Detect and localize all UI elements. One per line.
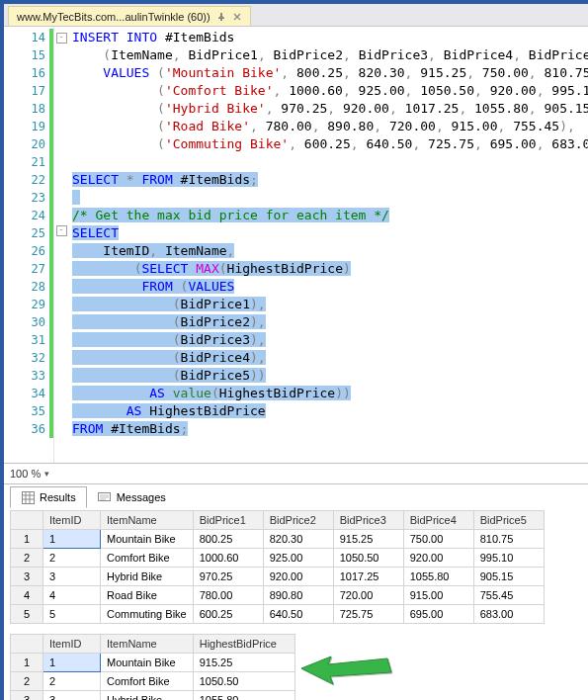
cell[interactable]: 925.00 (263, 549, 333, 568)
code-line[interactable]: (ItemName, BidPrice1, BidPrice2, BidPric… (68, 46, 588, 64)
cell[interactable]: 1055.80 (193, 691, 294, 701)
code-line[interactable]: (BidPrice5)) (68, 367, 588, 385)
cell[interactable]: 915.00 (403, 586, 473, 605)
cell[interactable]: 1000.60 (193, 549, 263, 568)
cell[interactable]: 750.00 (403, 530, 473, 549)
table-row[interactable]: 33Hybrid Bike1055.80 (11, 691, 295, 701)
code-line[interactable]: ItemID, ItemName, (68, 242, 588, 260)
code-line[interactable] (68, 153, 588, 171)
cell[interactable]: 725.75 (333, 605, 403, 624)
column-header[interactable]: ItemID (43, 635, 101, 654)
cell[interactable]: 1055.80 (403, 568, 473, 586)
cell[interactable]: Comfort Bike (101, 549, 194, 568)
column-header[interactable]: BidPrice1 (193, 511, 263, 530)
cell[interactable]: 4 (43, 586, 101, 605)
cell[interactable]: 720.00 (333, 586, 403, 605)
cell[interactable]: 2 (43, 549, 101, 568)
tab-messages[interactable]: Messages (87, 486, 177, 508)
fold-toggle-icon[interactable]: - (56, 225, 67, 236)
cell[interactable]: Mountain Bike (101, 530, 194, 549)
cell[interactable]: 600.25 (193, 605, 263, 624)
cell[interactable]: 800.25 (193, 530, 263, 549)
table-row[interactable]: 33Hybrid Bike970.25920.001017.251055.809… (11, 568, 545, 586)
code-line[interactable]: (BidPrice3), (68, 331, 588, 349)
cell[interactable]: 890.80 (263, 586, 333, 605)
cell[interactable]: 2 (43, 672, 101, 691)
code-line[interactable]: (SELECT MAX(HighestBidPrice) (68, 260, 588, 278)
cell[interactable]: 810.75 (473, 530, 544, 549)
query-tab[interactable]: www.MyTecBits.com...aulinTwinkle (60)) (8, 6, 251, 26)
zoom-dropdown-icon[interactable]: ▾ (44, 469, 49, 479)
cell[interactable]: Hybrid Bike (101, 691, 194, 701)
tab-results[interactable]: Results (10, 486, 87, 508)
code-line[interactable]: SELECT (68, 224, 588, 242)
table-row[interactable]: 22Comfort Bike1000.60925.001050.50920.00… (11, 549, 545, 568)
cell[interactable]: 995.10 (473, 549, 544, 568)
table-row[interactable]: 11Mountain Bike800.25820.30915.25750.008… (11, 530, 545, 549)
cell[interactable]: 1050.50 (193, 672, 294, 691)
code-editor[interactable]: 1415161718192021222324252627282930313233… (4, 27, 588, 464)
cell[interactable]: Hybrid Bike (101, 568, 194, 586)
cell[interactable]: 695.00 (403, 605, 473, 624)
column-header[interactable]: BidPrice4 (403, 511, 473, 530)
code-line[interactable]: SELECT * FROM #ItemBids; (68, 171, 588, 189)
cell[interactable]: Road Bike (101, 586, 194, 605)
code-line[interactable]: INSERT INTO #ItemBids (68, 29, 588, 46)
results-grid-1[interactable]: ItemIDItemNameBidPrice1BidPrice2BidPrice… (10, 510, 545, 624)
results-grid-2[interactable]: ItemIDItemNameHighestBidPrice11Mountain … (10, 634, 295, 700)
row-number: 2 (11, 672, 43, 691)
column-header[interactable]: BidPrice3 (333, 511, 403, 530)
cell[interactable]: Mountain Bike (101, 654, 194, 672)
cell[interactable]: 780.00 (193, 586, 263, 605)
cell[interactable]: Commuting Bike (101, 605, 194, 624)
cell[interactable]: 683.00 (473, 605, 544, 624)
code-line[interactable] (68, 189, 588, 207)
code-line[interactable]: (BidPrice1), (68, 296, 588, 313)
column-header[interactable]: ItemName (101, 511, 194, 530)
cell[interactable]: 3 (43, 568, 101, 586)
code-line[interactable]: AS value(HighestBidPrice)) (68, 385, 588, 402)
cell[interactable]: 920.00 (403, 549, 473, 568)
cell[interactable]: 5 (43, 605, 101, 624)
column-header[interactable]: HighestBidPrice (193, 635, 294, 654)
table-row[interactable]: 22Comfort Bike1050.50 (11, 672, 295, 691)
cell[interactable]: 915.25 (333, 530, 403, 549)
cell[interactable]: 1017.25 (333, 568, 403, 586)
cell[interactable]: 1 (43, 530, 101, 549)
close-icon[interactable] (232, 12, 242, 22)
cell[interactable]: 1050.50 (333, 549, 403, 568)
cell[interactable]: Comfort Bike (101, 672, 194, 691)
cell[interactable]: 820.30 (263, 530, 333, 549)
column-header[interactable]: BidPrice2 (263, 511, 333, 530)
code-line[interactable]: ('Road Bike', 780.00, 890.80, 720.00, 91… (68, 118, 588, 135)
code-line[interactable]: VALUES ('Mountain Bike', 800.25, 820.30,… (68, 64, 588, 82)
cell[interactable]: 640.50 (263, 605, 333, 624)
cell[interactable]: 905.15 (473, 568, 544, 586)
fold-toggle-icon[interactable]: - (56, 33, 67, 44)
cell[interactable]: 755.45 (473, 586, 544, 605)
cell[interactable]: 970.25 (193, 568, 263, 586)
cell[interactable]: 920.00 (263, 568, 333, 586)
code-line[interactable]: FROM (VALUES (68, 278, 588, 296)
cell[interactable]: 3 (43, 691, 101, 701)
outline-cell (54, 414, 68, 432)
code-line[interactable]: ('Hybrid Bike', 970.25, 920.00, 1017.25,… (68, 100, 588, 118)
zoom-level[interactable]: 100 % (10, 468, 41, 480)
cell[interactable]: 1 (43, 654, 101, 672)
pin-icon[interactable] (216, 12, 226, 22)
code-line[interactable]: ('Comfort Bike', 1000.60, 925.00, 1050.5… (68, 82, 588, 100)
table-row[interactable]: 44Road Bike780.00890.80720.00915.00755.4… (11, 586, 545, 605)
column-header[interactable]: ItemID (43, 511, 101, 530)
code-line[interactable]: FROM #ItemBids; (68, 420, 588, 438)
code-line[interactable]: (BidPrice2), (68, 313, 588, 331)
column-header[interactable]: ItemName (101, 635, 194, 654)
cell[interactable]: 915.25 (193, 654, 294, 672)
code-line[interactable]: AS HighestBidPrice (68, 402, 588, 420)
table-row[interactable]: 55Commuting Bike600.25640.50725.75695.00… (11, 605, 545, 624)
table-row[interactable]: 11Mountain Bike915.25 (11, 654, 295, 672)
code-area[interactable]: INSERT INTO #ItemBids (ItemName, BidPric… (68, 27, 588, 463)
code-line[interactable]: ('Commuting Bike', 600.25, 640.50, 725.7… (68, 135, 588, 153)
column-header[interactable]: BidPrice5 (473, 511, 544, 530)
code-line[interactable]: (BidPrice4), (68, 349, 588, 367)
code-line[interactable]: /* Get the max bid price for each item *… (68, 207, 588, 224)
